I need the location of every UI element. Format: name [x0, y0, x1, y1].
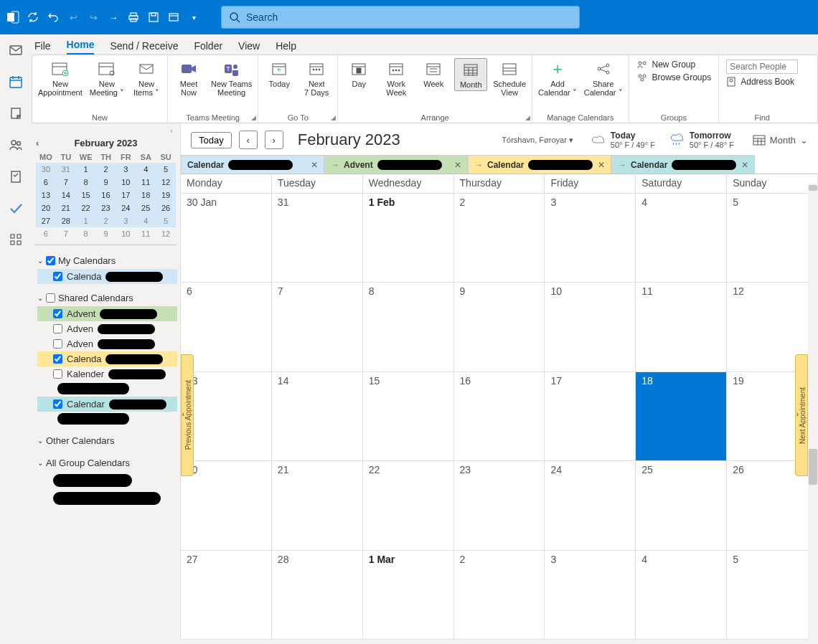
menu-help[interactable]: Help: [276, 40, 296, 55]
mini-day[interactable]: 1: [76, 163, 96, 176]
menu-home[interactable]: Home: [67, 39, 95, 55]
menu-folder[interactable]: Folder: [194, 40, 222, 55]
calendar-item[interactable]: Calenda: [37, 269, 177, 284]
view-day-button[interactable]: Day: [342, 58, 375, 90]
next-7-days-button[interactable]: Next 7 Days: [300, 58, 333, 98]
mini-day[interactable]: 11: [136, 227, 156, 240]
calendar-item[interactable]: Adven: [37, 321, 177, 336]
calendar-tab[interactable]: →Calendar✕: [468, 155, 611, 174]
mini-day[interactable]: 9: [96, 176, 116, 189]
view-workweek-button[interactable]: Work Week: [380, 58, 413, 98]
mini-day[interactable]: 6: [36, 227, 56, 240]
grid-cell[interactable]: 14: [272, 372, 363, 461]
mini-day[interactable]: 2: [96, 214, 116, 227]
new-appointment-button[interactable]: New Appointment: [37, 58, 84, 98]
mini-day[interactable]: 30: [36, 163, 56, 176]
grid-cell[interactable]: 4: [636, 551, 727, 640]
mini-day[interactable]: 7: [56, 176, 76, 189]
dialog-launcher-icon[interactable]: ◢: [525, 114, 530, 121]
global-search[interactable]: [221, 6, 580, 29]
grid-cell[interactable]: 31: [272, 194, 363, 283]
mini-day[interactable]: 3: [116, 214, 136, 227]
grid-cell[interactable]: 30 Jan: [181, 194, 272, 283]
mini-day[interactable]: 23: [96, 202, 116, 214]
grid-cell[interactable]: 3: [545, 194, 636, 283]
mini-day[interactable]: 20: [36, 202, 56, 214]
mini-day[interactable]: 2: [96, 163, 116, 176]
grid-cell[interactable]: 6: [181, 283, 272, 371]
mini-day[interactable]: 13: [36, 189, 56, 202]
mini-day[interactable]: 8: [76, 227, 96, 240]
mini-day[interactable]: 31: [56, 163, 76, 176]
mini-day[interactable]: 15: [76, 189, 96, 202]
new-items-button[interactable]: New Items ˅: [130, 58, 163, 98]
collapse-sidebar-icon[interactable]: ‹: [32, 126, 180, 135]
mini-day[interactable]: 21: [56, 202, 76, 214]
vertical-scrollbar[interactable]: [808, 184, 818, 640]
calendar-item[interactable]: Kalender: [37, 366, 177, 382]
meet-now-button[interactable]: Meet Now: [172, 58, 205, 98]
menu-send-receive[interactable]: Send / Receive: [110, 40, 178, 55]
prev-month-icon[interactable]: ‹: [36, 138, 39, 148]
mini-day[interactable]: 24: [116, 202, 136, 214]
mini-day[interactable]: 14: [56, 189, 76, 202]
mini-day[interactable]: 27: [36, 214, 56, 227]
mini-day[interactable]: 11: [136, 176, 156, 189]
mini-day[interactable]: 28: [56, 214, 76, 227]
mini-day[interactable]: 4: [136, 214, 156, 227]
calendar-tab[interactable]: Calendar✕: [181, 155, 324, 174]
dialog-launcher-icon[interactable]: ◢: [251, 114, 256, 121]
mini-day[interactable]: 22: [76, 202, 96, 214]
calendar-grid[interactable]: MondayTuesdayWednesdayThursdayFridaySatu…: [181, 174, 818, 640]
close-tab-icon[interactable]: ✕: [741, 160, 748, 170]
grid-cell[interactable]: 17: [545, 372, 636, 461]
mini-day[interactable]: 12: [156, 227, 176, 240]
view-month-button[interactable]: Month: [454, 58, 487, 91]
grid-cell[interactable]: 24: [545, 461, 636, 550]
mini-day[interactable]: 19: [156, 189, 176, 202]
rail-notes-icon[interactable]: [7, 105, 24, 122]
search-people-input[interactable]: [726, 60, 798, 74]
rail-people-icon[interactable]: [7, 136, 24, 153]
window-icon[interactable]: [166, 10, 181, 24]
mini-day[interactable]: 18: [136, 189, 156, 202]
grid-cell[interactable]: 9: [454, 283, 545, 371]
grid-cell[interactable]: 11: [636, 283, 727, 371]
mini-day[interactable]: 12: [156, 176, 176, 189]
grid-cell[interactable]: 1 Feb: [363, 194, 454, 283]
mini-day[interactable]: 5: [156, 163, 176, 176]
calendar-item[interactable]: Advent: [37, 306, 177, 321]
grid-cell[interactable]: 2: [454, 551, 545, 640]
menu-view[interactable]: View: [238, 40, 260, 55]
grid-cell[interactable]: 4: [636, 194, 727, 283]
rail-todo-icon[interactable]: [7, 199, 24, 217]
mini-day[interactable]: 16: [96, 189, 116, 202]
calendar-tab[interactable]: →Calendar✕: [611, 155, 755, 174]
sync-icon[interactable]: [26, 10, 40, 24]
calendar-group-header[interactable]: ⌄My Calendars: [37, 252, 177, 269]
mini-day[interactable]: 10: [116, 227, 136, 240]
grid-cell[interactable]: 1 Mar: [363, 551, 454, 640]
previous-appointment-strip[interactable]: ‹Previous Appointment: [181, 354, 194, 476]
grid-cell[interactable]: 27: [181, 551, 272, 640]
grid-cell[interactable]: 10: [545, 283, 636, 371]
weather-location[interactable]: Tórshavn, Føroyar ▾: [502, 136, 573, 145]
grid-cell[interactable]: 5: [727, 551, 818, 640]
add-calendar-button[interactable]: ＋Add Calendar ˅: [537, 58, 578, 98]
rail-calendar-icon[interactable]: [7, 73, 24, 90]
nav-forward-icon[interactable]: →: [106, 10, 121, 24]
view-schedule-button[interactable]: Schedule View: [492, 58, 527, 98]
view-dropdown[interactable]: Month⌄: [753, 134, 808, 146]
calendar-tab[interactable]: →Advent✕: [324, 155, 468, 174]
mini-day[interactable]: 1: [76, 214, 96, 227]
mini-day[interactable]: 6: [36, 176, 56, 189]
mini-calendar-grid[interactable]: MOTUWETHFRSASU30311234567891011121314151…: [36, 151, 176, 240]
dialog-launcher-icon[interactable]: ◢: [331, 114, 336, 121]
grid-cell[interactable]: 13: [181, 372, 272, 461]
grid-cell[interactable]: 7: [272, 283, 363, 371]
grid-cell[interactable]: 16: [454, 372, 545, 461]
close-tab-icon[interactable]: ✕: [454, 160, 461, 170]
view-week-button[interactable]: Week: [417, 58, 450, 90]
search-input[interactable]: [246, 11, 572, 23]
qat-dropdown-icon[interactable]: ▾: [187, 10, 201, 24]
